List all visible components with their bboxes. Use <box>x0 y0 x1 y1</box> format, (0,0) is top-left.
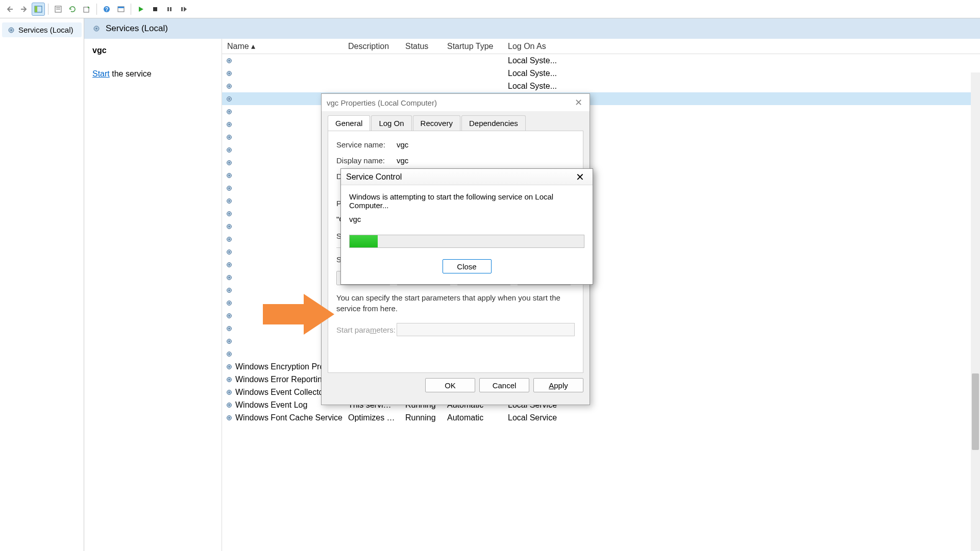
gear-icon <box>225 57 233 65</box>
cell-name: Windows Font Cache Service <box>235 413 342 422</box>
gear-icon <box>225 414 233 422</box>
svg-rect-10 <box>153 7 157 11</box>
tab-dependencies[interactable]: Dependencies <box>461 115 526 131</box>
service-control-message: Windows is attempting to start the follo… <box>349 192 584 210</box>
column-header-startup[interactable]: Startup Type <box>442 42 503 51</box>
column-header-logon[interactable]: Log On As <box>503 42 717 51</box>
svg-point-59 <box>229 315 230 316</box>
separator <box>131 4 131 15</box>
right-panel: Services (Local) vgc Start the service N… <box>84 18 980 551</box>
detail-service-name: vgc <box>92 46 213 55</box>
content: vgc Start the service Name▴ Description … <box>84 39 980 551</box>
scrollbar-thumb[interactable] <box>972 373 979 450</box>
refresh-button[interactable] <box>66 3 79 16</box>
help-button[interactable]: ? <box>100 3 113 16</box>
cell-status: Running <box>400 413 442 422</box>
header-title: Services (Local) <box>106 23 168 34</box>
pause-service-button[interactable] <box>163 3 176 16</box>
table-row[interactable]: Local Syste... <box>222 67 980 80</box>
cell-name: Windows Event Log <box>235 400 307 410</box>
gear-icon <box>225 350 233 358</box>
gear-icon <box>225 261 233 269</box>
properties-tabs: General Log On Recovery Dependencies <box>322 111 590 131</box>
svg-point-65 <box>229 353 230 355</box>
cell-startup: Automatic <box>442 413 503 422</box>
gear-icon <box>225 401 233 409</box>
restart-service-button[interactable] <box>177 3 190 16</box>
svg-point-67 <box>229 366 230 367</box>
cancel-button[interactable]: Cancel <box>479 378 529 392</box>
svg-point-61 <box>229 328 230 329</box>
gear-icon <box>225 197 233 205</box>
properties-button[interactable] <box>52 3 65 16</box>
apply-button[interactable]: Apply <box>533 378 583 392</box>
show-hide-tree-button[interactable] <box>32 3 45 16</box>
sort-asc-icon: ▴ <box>251 41 255 51</box>
start-service-link[interactable]: Start <box>92 69 110 78</box>
tree-item-services-local[interactable]: Services (Local) <box>2 22 82 37</box>
table-row[interactable]: Windows Font Cache ServiceOptimizes p...… <box>222 411 980 424</box>
svg-point-15 <box>10 29 12 31</box>
column-header-name[interactable]: Name▴ <box>222 41 343 51</box>
ok-button[interactable]: OK <box>425 378 475 392</box>
gear-icon <box>225 299 233 307</box>
forward-button[interactable] <box>17 3 31 16</box>
svg-point-45 <box>229 226 230 227</box>
back-button[interactable] <box>3 3 16 16</box>
svg-point-29 <box>229 123 230 125</box>
gear-icon <box>225 273 233 282</box>
gear-icon <box>225 324 233 333</box>
properties-close-button[interactable]: ✕ <box>572 96 584 109</box>
tab-logon[interactable]: Log On <box>371 115 411 131</box>
progress-fill <box>350 235 378 247</box>
service-control-service-name: vgc <box>349 215 584 223</box>
table-row[interactable]: Local Syste... <box>222 54 980 67</box>
scrollbar[interactable] <box>971 72 980 551</box>
service-control-close-x[interactable]: ✕ <box>573 171 587 183</box>
service-control-dialog: Service Control ✕ Windows is attempting … <box>340 168 593 285</box>
svg-point-19 <box>229 60 230 61</box>
gear-icon <box>225 312 233 320</box>
gear-icon <box>225 210 233 218</box>
action-button[interactable] <box>114 3 128 16</box>
svg-rect-11 <box>167 7 169 11</box>
export-button[interactable] <box>80 3 93 16</box>
tab-recovery[interactable]: Recovery <box>413 115 460 131</box>
gear-icon <box>225 108 233 116</box>
column-header-description[interactable]: Description <box>343 42 400 51</box>
annotation-arrow-icon <box>263 294 334 335</box>
separator <box>48 4 48 15</box>
label-display-name: Display name: <box>336 156 397 165</box>
service-control-close-button[interactable]: Close <box>443 259 492 273</box>
cell-logon: Local Service <box>503 413 717 422</box>
gear-icon <box>225 388 233 396</box>
gear-icon <box>225 235 233 243</box>
svg-point-49 <box>229 251 230 253</box>
start-service-button[interactable] <box>134 3 148 16</box>
gear-icon <box>225 133 233 141</box>
label-service-name: Service name: <box>336 140 397 149</box>
progress-bar <box>349 235 584 248</box>
svg-point-35 <box>229 162 230 163</box>
gear-icon <box>225 95 233 103</box>
gear-icon <box>225 69 233 78</box>
detail-start-line: Start the service <box>92 69 213 79</box>
svg-point-55 <box>229 289 230 291</box>
column-header-status[interactable]: Status <box>400 42 442 51</box>
label-start-parameters: Start parameters: <box>336 325 397 334</box>
table-row[interactable]: Local Syste... <box>222 80 980 92</box>
separator <box>96 4 97 15</box>
cell-description: Optimizes p... <box>343 413 400 422</box>
svg-point-37 <box>229 174 230 176</box>
stop-service-button[interactable] <box>149 3 162 16</box>
tab-general[interactable]: General <box>328 115 370 131</box>
gear-icon <box>225 375 233 384</box>
svg-point-51 <box>229 264 230 265</box>
svg-point-73 <box>229 404 230 406</box>
start-parameters-input[interactable] <box>397 323 575 336</box>
service-control-body: Windows is attempting to start the follo… <box>341 185 593 281</box>
start-suffix: the service <box>110 69 152 78</box>
cell-logon: Local Syste... <box>503 56 717 65</box>
left-panel: Services (Local) <box>0 18 84 551</box>
service-control-title: Service Control <box>346 172 402 182</box>
